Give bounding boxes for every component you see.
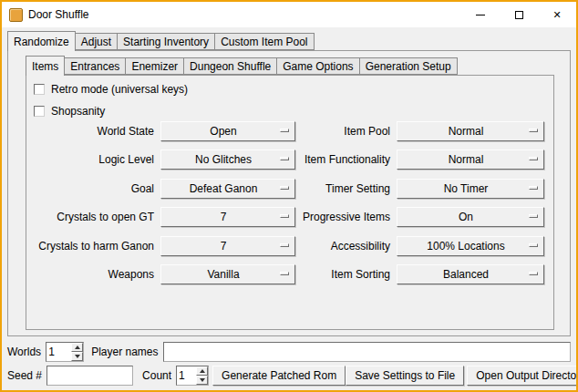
world-state-dropdown[interactable]: Open: [160, 121, 295, 141]
tab-custom-item-pool[interactable]: Custom Item Pool: [214, 33, 314, 50]
tab-label: Generation Setup: [366, 60, 451, 73]
count-spinner: [176, 366, 209, 386]
crystals-open-gt-label: Crystals to open GT: [26, 211, 154, 223]
dropdown-value: Balanced: [443, 268, 498, 281]
timer-setting-dropdown[interactable]: No Timer: [397, 179, 544, 199]
dropdown-value: Defeat Ganon: [190, 182, 267, 195]
accessibility-dropdown[interactable]: 100% Locations: [397, 236, 544, 256]
tab-randomize[interactable]: Randomize: [7, 31, 76, 51]
goal-dropdown[interactable]: Defeat Ganon: [160, 179, 295, 199]
tab-label: Custom Item Pool: [221, 36, 307, 48]
shopsanity-label: Shopsanity: [51, 105, 105, 118]
player-names-input[interactable]: [163, 342, 572, 362]
titlebar[interactable]: Door Shuffle ✕: [2, 2, 576, 27]
dropdown-value: Open: [210, 125, 245, 138]
worlds-input[interactable]: [46, 343, 71, 361]
dropdown-indicator-icon: [529, 214, 538, 218]
dropdown-value: No Timer: [444, 182, 498, 195]
maximize-button[interactable]: [500, 2, 538, 27]
worlds-label: Worlds: [7, 346, 41, 358]
tab-dungeon-shuffle[interactable]: Dungeon Shuffle: [183, 57, 277, 75]
count-spin-down-button[interactable]: [196, 376, 208, 385]
item-sorting-label: Item Sorting: [295, 268, 390, 281]
logic-level-dropdown[interactable]: No Glitches: [160, 150, 295, 170]
dropdown-value: 7: [221, 211, 236, 223]
timer-setting-label: Timer Setting: [295, 182, 390, 195]
spinner-arrows: [71, 343, 83, 361]
inner-tab-bar: Items Entrances Enemizer Dungeon Shuffle…: [26, 56, 458, 76]
count-spin-up-button[interactable]: [196, 366, 208, 376]
item-functionality-dropdown[interactable]: Normal: [397, 150, 544, 170]
tab-label: Randomize: [14, 36, 69, 48]
tab-generation-setup[interactable]: Generation Setup: [359, 57, 458, 75]
goal-label: Goal: [26, 182, 154, 195]
crystals-open-gt-dropdown[interactable]: 7: [160, 207, 295, 227]
save-settings-button[interactable]: Save Settings to File: [346, 366, 464, 386]
retro-mode-checkbox[interactable]: Retro mode (universal keys): [34, 81, 188, 98]
field-row: Crystals to harm Ganon 7 Accessibility 1…: [26, 236, 553, 256]
crystals-harm-ganon-dropdown[interactable]: 7: [160, 236, 295, 256]
progressive-items-dropdown[interactable]: On: [397, 207, 544, 227]
seed-row: Seed # Count Generate Patched Rom Save S…: [7, 366, 571, 386]
dropdown-value: On: [459, 211, 482, 223]
dropdown-indicator-icon: [280, 243, 289, 247]
count-input[interactable]: [177, 366, 196, 385]
dropdown-indicator-icon: [280, 214, 289, 218]
field-row: Weapons Vanilla Item Sorting Balanced: [26, 264, 553, 284]
worlds-spin-up-button[interactable]: [71, 343, 83, 352]
window-title: Door Shuffle: [28, 8, 89, 21]
dropdown-indicator-icon: [529, 243, 538, 247]
minimize-icon: [476, 15, 485, 15]
count-label: Count: [142, 369, 171, 382]
progressive-items-label: Progressive Items: [295, 211, 390, 223]
dropdown-indicator-icon: [529, 129, 538, 132]
tab-enemizer[interactable]: Enemizer: [125, 57, 184, 75]
item-pool-label: Item Pool: [295, 125, 390, 138]
item-functionality-label: Item Functionality: [295, 153, 390, 166]
dropdown-indicator-icon: [529, 272, 538, 275]
tab-game-options[interactable]: Game Options: [276, 57, 359, 75]
items-tab-pane: Retro mode (universal keys) Shopsanity W…: [26, 75, 554, 330]
up-arrow-icon: [75, 346, 80, 349]
dropdown-indicator-icon: [529, 157, 538, 160]
close-icon: ✕: [552, 10, 561, 20]
down-arrow-icon: [200, 378, 205, 382]
item-pool-dropdown[interactable]: Normal: [397, 121, 544, 141]
tab-items[interactable]: Items: [26, 56, 65, 76]
retro-mode-label: Retro mode (universal keys): [51, 83, 188, 96]
field-row: World State Open Item Pool Normal: [26, 121, 553, 141]
dropdown-indicator-icon: [280, 272, 289, 275]
dropdown-value: Normal: [449, 153, 493, 166]
tab-label: Game Options: [283, 60, 353, 73]
dropdown-indicator-icon: [280, 186, 289, 190]
field-row: Crystals to open GT 7 Progressive Items …: [26, 207, 553, 227]
generate-patched-rom-button[interactable]: Generate Patched Rom: [212, 366, 346, 386]
tab-entrances[interactable]: Entrances: [64, 57, 126, 75]
item-sorting-dropdown[interactable]: Balanced: [397, 264, 544, 284]
dropdown-value: No Glitches: [195, 153, 261, 166]
tab-label: Starting Inventory: [123, 36, 209, 48]
weapons-dropdown[interactable]: Vanilla: [160, 264, 295, 284]
dropdown-value: 7: [221, 240, 236, 253]
app-icon: [9, 8, 23, 22]
dropdown-indicator-icon: [280, 129, 289, 132]
dropdown-indicator-icon: [529, 186, 538, 190]
tab-label: Enemizer: [131, 60, 178, 73]
checkbox-icon: [34, 106, 45, 117]
player-names-label: Player names: [91, 346, 158, 358]
shopsanity-checkbox[interactable]: Shopsanity: [34, 103, 105, 119]
minimize-button[interactable]: [461, 2, 500, 27]
tab-adjust[interactable]: Adjust: [75, 33, 118, 50]
tab-label: Adjust: [81, 36, 111, 48]
outer-tab-bar: Randomize Adjust Starting Inventory Cust…: [7, 31, 315, 51]
tab-label: Dungeon Shuffle: [190, 60, 271, 73]
tab-starting-inventory[interactable]: Starting Inventory: [117, 33, 215, 50]
worlds-spin-down-button[interactable]: [71, 352, 83, 361]
dropdown-value: Normal: [449, 125, 493, 138]
open-output-directory-button[interactable]: Open Output Directory: [467, 366, 578, 386]
seed-input[interactable]: [46, 366, 133, 386]
close-button[interactable]: ✕: [538, 2, 576, 27]
dropdown-indicator-icon: [280, 157, 289, 160]
down-arrow-icon: [75, 355, 80, 358]
field-row: Logic Level No Glitches Item Functionali…: [26, 150, 553, 170]
